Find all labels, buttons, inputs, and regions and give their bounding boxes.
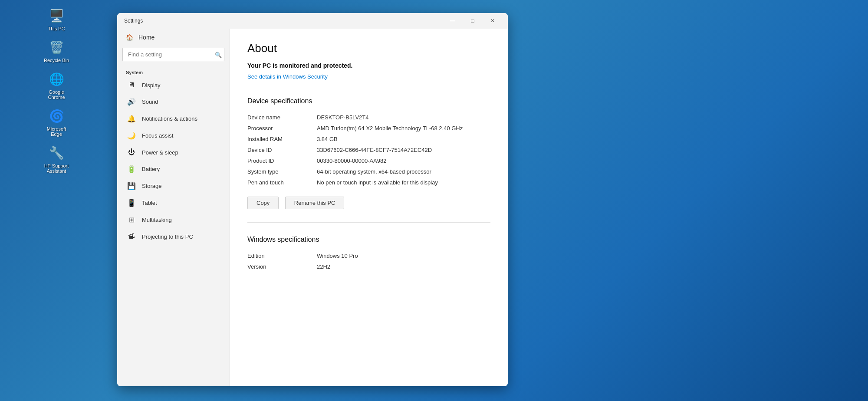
windows-specs-table: Edition Windows 10 Pro Version 22H2 <box>247 250 490 272</box>
spec-label-version: Version <box>247 263 317 270</box>
desktop-icon-hp-support[interactable]: 🔧 HP Support Assistant <box>39 141 74 176</box>
nav-item-battery-label: Battery <box>142 166 160 172</box>
spec-label-edition: Edition <box>247 253 317 259</box>
settings-window: Settings — □ ✕ 🏠 Home 🔍 System <box>117 13 508 386</box>
spec-label-processor: Processor <box>247 125 317 131</box>
tablet-icon: 📱 <box>127 199 136 207</box>
protection-status: Your PC is monitored and protected. <box>247 62 490 69</box>
spec-row-pen-touch: Pen and touch No pen or touch input is a… <box>247 177 490 188</box>
settings-main: About Your PC is monitored and protected… <box>230 29 508 386</box>
nav-item-projecting-label: Projecting to this PC <box>142 233 193 240</box>
battery-icon: 🔋 <box>127 165 136 173</box>
device-specs-table: Device name DESKTOP-B5LV2T4 Processor AM… <box>247 112 490 188</box>
nav-item-sound-label: Sound <box>142 99 158 105</box>
minimize-button[interactable]: — <box>443 14 463 27</box>
desktop-icon-recycle-bin[interactable]: 🗑️ Recycle Bin <box>39 36 74 66</box>
action-buttons: Copy Rename this PC <box>247 197 490 214</box>
hp-support-icon: 🔧 <box>48 144 65 161</box>
nav-item-sound[interactable]: 🔊 Sound <box>117 93 230 110</box>
spec-value-edition: Windows 10 Pro <box>317 253 490 259</box>
nav-item-tablet-label: Tablet <box>142 200 157 206</box>
spec-value-device-id: 33D67602-C666-44FE-8CF7-7514A72EC42D <box>317 147 490 153</box>
close-button[interactable]: ✕ <box>483 14 503 27</box>
spec-label-ram: Installed RAM <box>247 136 317 142</box>
multitasking-icon: ⊞ <box>127 216 136 224</box>
spec-label-device-id: Device ID <box>247 147 317 153</box>
projecting-icon: 📽 <box>127 233 136 240</box>
spec-label-device-name: Device name <box>247 114 317 121</box>
search-button[interactable]: 🔍 <box>215 51 222 58</box>
spec-value-system-type: 64-bit operating system, x64-based proce… <box>317 168 490 175</box>
search-box: 🔍 <box>122 48 224 61</box>
spec-row-ram: Installed RAM 3.84 GB <box>247 134 490 145</box>
desktop-icon-edge[interactable]: 🌀 Microsoft Edge <box>39 105 74 139</box>
title-bar: Settings — □ ✕ <box>117 13 508 29</box>
this-pc-icon: 🖥️ <box>48 7 65 24</box>
nav-item-multitasking-label: Multitasking <box>142 217 172 223</box>
desktop-icon-this-pc[interactable]: 🖥️ This PC <box>39 4 74 34</box>
home-icon: 🏠 <box>126 34 133 41</box>
divider <box>247 222 490 223</box>
nav-item-notifications[interactable]: 🔔 Notifications & actions <box>117 110 230 127</box>
desktop-icon-chrome[interactable]: 🌐 Google Chrome <box>39 68 74 102</box>
spec-label-pen-touch: Pen and touch <box>247 179 317 186</box>
nav-item-focus-assist-label: Focus assist <box>142 132 173 139</box>
chrome-label: Google Chrome <box>42 89 71 100</box>
window-title: Settings <box>124 18 143 24</box>
this-pc-label: This PC <box>48 26 65 31</box>
nav-item-tablet[interactable]: 📱 Tablet <box>117 194 230 211</box>
power-sleep-icon: ⏻ <box>127 148 136 156</box>
copy-button[interactable]: Copy <box>247 197 279 209</box>
edge-label: Microsoft Edge <box>42 126 71 137</box>
nav-item-projecting[interactable]: 📽 Projecting to this PC <box>117 228 230 245</box>
notifications-icon: 🔔 <box>127 115 136 123</box>
spec-row-system-type: System type 64-bit operating system, x64… <box>247 166 490 177</box>
storage-icon: 💾 <box>127 182 136 190</box>
spec-value-ram: 3.84 GB <box>317 136 490 142</box>
spec-row-device-id: Device ID 33D67602-C666-44FE-8CF7-7514A7… <box>247 145 490 155</box>
hp-support-label: HP Support Assistant <box>42 163 71 174</box>
recycle-bin-icon: 🗑️ <box>48 39 65 56</box>
nav-item-focus-assist[interactable]: 🌙 Focus assist <box>117 127 230 144</box>
nav-item-notifications-label: Notifications & actions <box>142 115 197 122</box>
windows-section-title: Windows specifications <box>247 231 490 243</box>
rename-button[interactable]: Rename this PC <box>285 197 345 209</box>
spec-value-version: 22H2 <box>317 263 490 270</box>
spec-row-device-name: Device name DESKTOP-B5LV2T4 <box>247 112 490 123</box>
nav-item-display-label: Display <box>142 82 161 89</box>
nav-home[interactable]: 🏠 Home <box>117 29 230 46</box>
system-section-title: System <box>117 66 230 77</box>
spec-row-edition: Edition Windows 10 Pro <box>247 250 490 261</box>
focus-assist-icon: 🌙 <box>127 131 136 140</box>
nav-item-storage-label: Storage <box>142 183 162 189</box>
nav-item-storage[interactable]: 💾 Storage <box>117 177 230 194</box>
settings-nav: 🏠 Home 🔍 System 🖥 Display 🔊 Sound <box>117 29 230 386</box>
search-input[interactable] <box>122 48 224 61</box>
recycle-bin-label: Recycle Bin <box>44 58 69 63</box>
nav-item-power-sleep-label: Power & sleep <box>142 149 178 156</box>
edge-icon: 🌀 <box>48 107 65 125</box>
spec-value-processor: AMD Turion(tm) 64 X2 Mobile Technology T… <box>317 125 490 131</box>
sound-icon: 🔊 <box>127 98 136 106</box>
spec-label-product-id: Product ID <box>247 158 317 164</box>
spec-label-system-type: System type <box>247 168 317 175</box>
device-section-title: Device specifications <box>247 93 490 105</box>
display-icon: 🖥 <box>127 81 136 89</box>
spec-value-device-name: DESKTOP-B5LV2T4 <box>317 114 490 121</box>
home-label: Home <box>138 34 155 41</box>
title-bar-controls: — □ ✕ <box>443 14 503 27</box>
spec-row-version: Version 22H2 <box>247 261 490 272</box>
desktop: 🖥️ This PC 🗑️ Recycle Bin 🌐 Google Chrom… <box>0 0 868 401</box>
security-link[interactable]: See details in Windows Security <box>247 73 328 80</box>
spec-row-product-id: Product ID 00330-80000-00000-AA982 <box>247 155 490 166</box>
maximize-button[interactable]: □ <box>463 14 483 27</box>
nav-item-battery[interactable]: 🔋 Battery <box>117 161 230 177</box>
page-title: About <box>247 42 490 55</box>
nav-item-display[interactable]: 🖥 Display <box>117 77 230 93</box>
nav-item-multitasking[interactable]: ⊞ Multitasking <box>117 211 230 228</box>
spec-value-product-id: 00330-80000-00000-AA982 <box>317 158 490 164</box>
nav-item-power-sleep[interactable]: ⏻ Power & sleep <box>117 144 230 161</box>
desktop-icons-area: 🖥️ This PC 🗑️ Recycle Bin 🌐 Google Chrom… <box>0 0 113 401</box>
spec-value-pen-touch: No pen or touch input is available for t… <box>317 179 490 186</box>
chrome-icon: 🌐 <box>48 70 65 88</box>
